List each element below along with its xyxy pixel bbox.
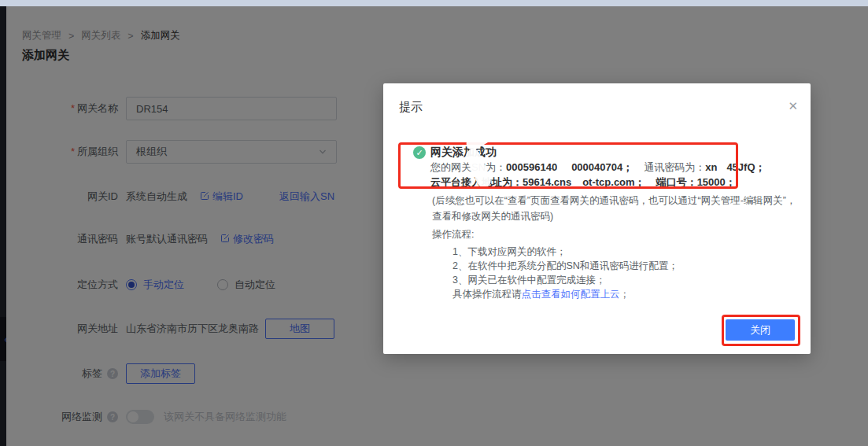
close-button[interactable]: 关闭 [726,319,795,341]
tip-dialog: 提示 ✕ ✓ 网关添加成功 您的网关SN为：000596140000040704… [383,83,811,354]
success-headline: 网关添加成功 [430,146,497,160]
close-icon[interactable]: ✕ [788,99,798,113]
dialog-title: 提示 [399,100,423,115]
redaction-smudge [717,163,726,172]
process-step: 3、网关已在软件中配置完成连接； [452,274,605,287]
dialog-note: (后续您也可以在“查看”页面查看网关的通讯密码，也可以通过“网关管理-编辑网关”… [432,193,800,224]
how-to-configure-link[interactable]: 点击查看如何配置上云 [522,288,620,301]
process-step: 2、在软件中把系统分配的SN和通讯密码进行配置； [452,260,678,273]
redaction-smudge [571,178,582,187]
success-sn-line: 您的网关SN为：000596140000040704；通讯密码为：xn45JfQ… [430,160,766,175]
process-title: 操作流程: [432,228,474,241]
more-info-line: 具体操作流程请点击查看如何配置上云； [452,288,630,301]
success-address-line: 云平台接入地址为：59614.cnsot-tcp.com；端口号：15000； [430,175,736,190]
redaction-smudge [557,163,571,172]
window-top-strip [0,0,868,6]
success-check-icon: ✓ [413,146,426,159]
process-step: 1、下载对应网关的软件； [452,245,566,259]
